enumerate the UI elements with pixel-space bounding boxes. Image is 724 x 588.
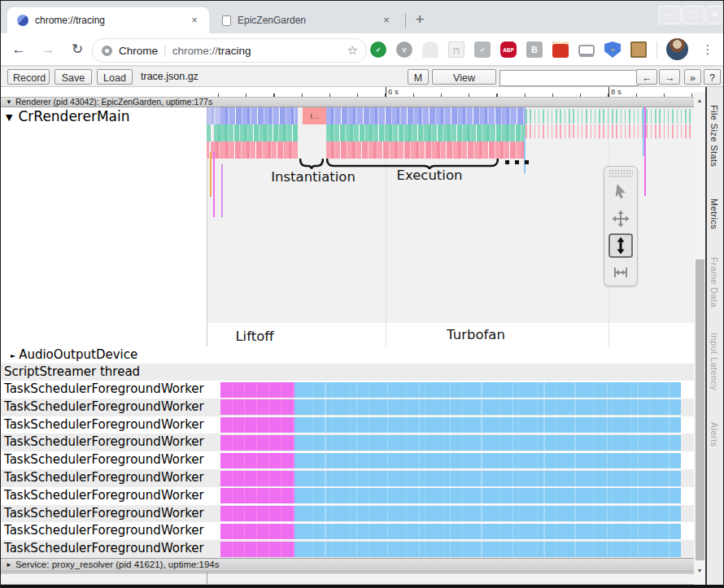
thread-row-worker[interactable]: TaskSchedulerForegroundWorker [1, 487, 694, 505]
vertical-scrollbar[interactable]: ▲ ▼ [694, 92, 705, 585]
thread-row-worker[interactable]: TaskSchedulerForegroundWorker [1, 469, 694, 487]
thread-row-worker[interactable]: TaskSchedulerForegroundWorker [1, 505, 694, 523]
check-circle-extension-icon[interactable]: ✓ [370, 41, 386, 58]
vimium-extension-icon[interactable]: V [396, 41, 412, 58]
trace-band-blue[interactable] [326, 107, 526, 124]
zoom-tool-icon[interactable] [608, 233, 633, 258]
sidebar-tab-alerts[interactable]: Alerts [709, 422, 719, 447]
trace-band-teal[interactable] [207, 124, 211, 142]
close-button[interactable]: ✕ [705, 6, 724, 24]
liftoff-compile-slice[interactable] [220, 488, 294, 503]
sidebar-tab-frame-data[interactable]: Frame Data [709, 257, 719, 307]
scroll-up-icon[interactable]: ▲ [694, 95, 705, 107]
abp-extension-icon[interactable]: ABP [500, 41, 517, 58]
sidebar-tab-input-latency[interactable]: Input Latency [709, 333, 719, 390]
search-input[interactable] [499, 70, 639, 86]
turbofan-compile-slice[interactable] [294, 453, 681, 468]
save-button[interactable]: Save [55, 69, 92, 85]
checker-extension-icon[interactable]: ✓ [474, 41, 491, 58]
tab-close-icon[interactable]: × [188, 14, 201, 27]
liftoff-compile-slice[interactable] [220, 524, 294, 539]
trace-band-pink[interactable] [326, 142, 526, 159]
turbofan-compile-slice[interactable] [294, 417, 681, 433]
ghostery-extension-icon[interactable] [422, 41, 438, 58]
help-button[interactable]: ? [704, 69, 721, 85]
liftoff-compile-slice[interactable] [220, 506, 294, 521]
sidebar-tab-metrics[interactable]: Metrics [709, 198, 719, 229]
browser-menu-icon[interactable]: ⋮ [699, 40, 717, 59]
service-process-header[interactable]: ►Service: proxy_resolver (pid 41621), up… [1, 558, 694, 572]
trace-band-teal[interactable] [214, 124, 220, 142]
thread-row-worker[interactable]: TaskSchedulerForegroundWorker [1, 451, 694, 469]
bookmark-star-icon[interactable]: ☆ [347, 43, 358, 58]
wasm-instantiate-slice[interactable]: I... [303, 107, 326, 124]
liftoff-compile-slice[interactable] [220, 417, 294, 433]
reload-icon[interactable]: ↻ [68, 40, 87, 59]
metrics-m-button[interactable]: M [408, 69, 429, 85]
forward-icon[interactable]: → [38, 40, 58, 59]
trace-band-pink[interactable] [207, 142, 209, 159]
password-box-extension-icon[interactable]: [*] [448, 41, 464, 58]
maximize-button[interactable]: ▢ [682, 6, 704, 24]
turbofan-compile-slice[interactable] [294, 399, 681, 415]
sidebar-tab-file-size-stats[interactable]: File Size Stats [709, 105, 719, 167]
b-letter-extension-icon[interactable]: B [526, 41, 543, 58]
laptop-extension-icon[interactable] [578, 45, 595, 55]
trace-band-teal[interactable] [326, 124, 526, 142]
select-tool-icon[interactable] [608, 180, 633, 204]
thread-row-worker[interactable]: TaskSchedulerForegroundWorker [1, 522, 694, 540]
shield-extension-icon[interactable]: ≡ [604, 41, 621, 58]
horizontal-scrollbar[interactable] [1, 573, 694, 585]
liftoff-compile-slice[interactable] [220, 453, 294, 468]
liftoff-compile-slice[interactable] [220, 382, 294, 398]
trace-band-blue[interactable] [207, 107, 220, 124]
scrollbar-thumb[interactable] [696, 259, 704, 560]
thread-row-worker[interactable]: TaskSchedulerForegroundWorker [1, 540, 694, 558]
trace-band-pink[interactable] [220, 142, 298, 159]
load-button[interactable]: Load [97, 69, 133, 85]
address-bar[interactable]: Chrome | chrome://tracing ☆ [92, 38, 367, 63]
turbofan-compile-slice[interactable] [294, 506, 681, 521]
trace-band-blue[interactable] [220, 107, 298, 124]
renderer-process-header[interactable]: ▼Renderer (pid 43042): EpicZenGarden, up… [1, 97, 694, 107]
liftoff-compile-slice[interactable] [220, 399, 294, 415]
back-icon[interactable]: ← [9, 40, 28, 59]
thread-row-scriptstreamer[interactable]: ScriptStreamer thread [1, 364, 694, 381]
sparse-slices-teal[interactable] [526, 109, 692, 124]
find-next-button[interactable]: → [659, 69, 680, 85]
minimize-button[interactable]: — [658, 6, 681, 24]
turbofan-compile-slice[interactable] [294, 488, 681, 503]
tab-chrome-tracing[interactable]: chrome://tracing × [7, 7, 209, 33]
turbofan-compile-slice[interactable] [294, 382, 681, 398]
record-button[interactable]: Record [7, 69, 50, 85]
more-button[interactable]: » [684, 69, 701, 85]
turbofan-compile-slice[interactable] [294, 435, 681, 451]
thread-row-worker[interactable]: TaskSchedulerForegroundWorker [1, 399, 694, 416]
calculator-extension-icon[interactable] [552, 41, 569, 58]
turbofan-compile-slice[interactable] [294, 524, 681, 539]
sparse-slices-pink[interactable] [526, 124, 692, 138]
thread-label-crutils[interactable]: ▼CrRendererMain [6, 108, 130, 124]
crate-extension-icon[interactable] [630, 41, 647, 58]
turbofan-compile-slice[interactable] [294, 471, 681, 486]
thread-row-worker[interactable]: TaskSchedulerForegroundWorker [1, 416, 694, 434]
profile-avatar[interactable] [666, 38, 688, 60]
palette-grip-handle[interactable] [608, 169, 633, 177]
find-prev-button[interactable]: ← [636, 69, 657, 85]
liftoff-compile-slice[interactable] [220, 435, 294, 451]
thread-row-audio[interactable]: ►AudioOutputDevice [1, 346, 694, 364]
timing-tool-icon[interactable] [608, 260, 633, 285]
view-options-button[interactable]: View Options [432, 69, 496, 85]
trace-band-pink[interactable] [211, 142, 220, 159]
tab-epiczengarden[interactable]: EpicZenGarden × [212, 7, 401, 33]
thread-row-worker[interactable]: TaskSchedulerForegroundWorker [1, 381, 694, 399]
new-tab-button[interactable]: + [409, 9, 430, 30]
liftoff-compile-slice[interactable] [220, 542, 294, 557]
liftoff-compile-slice[interactable] [220, 471, 294, 486]
pan-tool-icon[interactable] [608, 207, 633, 231]
scroll-down-icon[interactable]: ▼ [694, 565, 705, 577]
trace-band-teal[interactable] [220, 124, 298, 142]
thread-row-worker[interactable]: TaskSchedulerForegroundWorker [1, 433, 694, 451]
tab-close-icon[interactable]: × [380, 14, 393, 27]
turbofan-compile-slice[interactable] [294, 542, 681, 557]
